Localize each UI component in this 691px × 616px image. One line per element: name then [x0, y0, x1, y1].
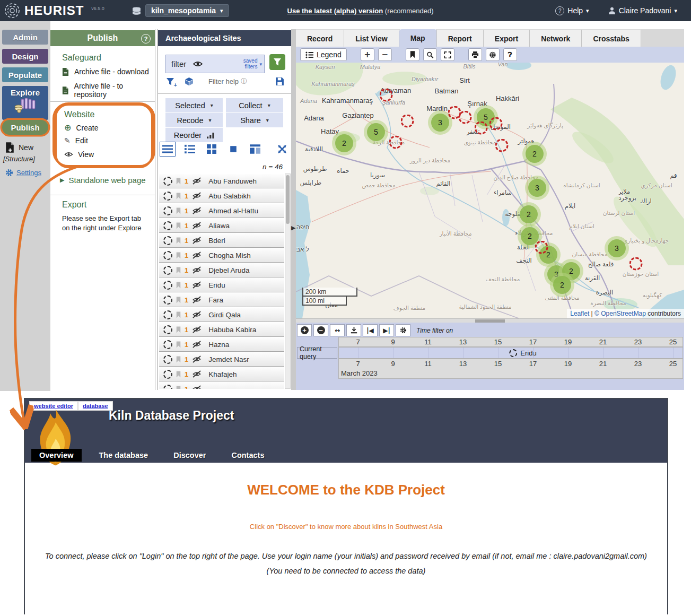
eye-off-icon[interactable] — [192, 177, 202, 185]
site-row[interactable]: 1Abu Salabikh — [159, 188, 284, 203]
site-row[interactable]: 1Habuba Kabira — [159, 322, 284, 337]
standalone-webpage-item[interactable]: ▶ Standalone web page — [60, 176, 146, 185]
recode-button[interactable]: Recode▾ — [165, 113, 223, 127]
timeline-settings-button[interactable] — [396, 324, 410, 336]
saved-filters-link[interactable]: saved filters — [243, 58, 258, 70]
sidebar-item-design[interactable]: Design — [2, 49, 48, 64]
bookmark-icon[interactable] — [176, 297, 181, 303]
tab-crosstabs[interactable]: Crosstabs — [582, 30, 641, 47]
view-thumbnail-icon[interactable] — [226, 142, 241, 156]
bookmark-icon[interactable] — [176, 386, 181, 389]
filter-input[interactable]: filter saved filters ▾ — [165, 55, 265, 73]
bookmark-icon[interactable] — [176, 207, 181, 214]
scrollbar-thumb[interactable] — [286, 175, 290, 224]
eye-off-icon[interactable] — [192, 296, 202, 303]
website-action-edit[interactable]: ✎Edit — [64, 136, 88, 145]
map-record-marker[interactable] — [489, 117, 503, 131]
map-record-marker[interactable] — [459, 111, 472, 124]
bookmark-icon[interactable] — [176, 267, 181, 274]
site-row-partial[interactable]: 1 — [159, 381, 284, 389]
add-filter-icon[interactable] — [165, 77, 175, 86]
user-menu[interactable]: Claire Padovani ▾ — [608, 6, 677, 15]
zoom-in-button[interactable]: + — [361, 48, 374, 61]
save-filter-icon[interactable] — [275, 77, 284, 86]
view-grid-icon[interactable] — [204, 142, 219, 156]
eye-off-icon[interactable] — [192, 341, 202, 348]
timeline-zoom-out-button[interactable]: − — [313, 324, 328, 336]
view-layout-icon[interactable] — [248, 142, 263, 156]
database-selector[interactable]: kiln_mesopotamia ▾ — [145, 4, 229, 17]
website-nav-the-database[interactable]: The database — [91, 449, 156, 462]
eye-off-icon[interactable] — [192, 251, 202, 259]
tab-record[interactable]: Record — [296, 30, 344, 47]
collapse-arrow-icon[interactable]: ▶ — [291, 224, 295, 231]
site-row[interactable]: 1Djebel Aruda — [159, 263, 284, 277]
website-nav-overview[interactable]: Overview — [31, 449, 82, 462]
tab-report[interactable]: Report — [437, 30, 484, 47]
eye-off-icon[interactable] — [192, 370, 202, 378]
bookmark-icon[interactable] — [176, 341, 181, 348]
map-record-marker[interactable] — [401, 115, 414, 128]
bookmark-icon[interactable] — [176, 356, 181, 363]
map-record-marker[interactable] — [629, 257, 643, 271]
view-list-detail-icon[interactable] — [182, 142, 197, 156]
update-version-link[interactable]: Use the latest (alpha) version (recommen… — [287, 7, 434, 15]
bookmark-extent-button[interactable] — [406, 48, 419, 61]
collect-button[interactable]: Collect▾ — [226, 98, 283, 112]
map-cluster-marker[interactable]: 3 — [525, 176, 549, 200]
site-row[interactable]: 1Jemdet Nasr — [159, 352, 284, 367]
bookmark-icon[interactable] — [176, 371, 181, 378]
map-cluster-marker[interactable]: 2 — [522, 142, 547, 166]
map-help-button[interactable]: ❓︎ — [503, 48, 517, 61]
current-query-track[interactable]: Eridu — [338, 347, 683, 359]
bookmark-icon[interactable] — [176, 178, 181, 185]
list-scrollbar[interactable] — [285, 173, 291, 389]
share-button[interactable]: Share▾ — [226, 113, 283, 127]
map-canvas[interactable]: KayseriMalatyaBitlisVanDiyarbakırSirtBat… — [296, 63, 684, 318]
tab-export[interactable]: Export — [484, 30, 530, 47]
timeline-ruler-top[interactable]: 791113151719212325 — [338, 337, 683, 347]
eye-off-icon[interactable] — [192, 311, 202, 318]
map-record-marker[interactable] — [475, 122, 488, 135]
safeguard-item[interactable]: Archive file - download — [62, 67, 149, 76]
leaflet-link[interactable]: Leaflet — [570, 310, 589, 317]
chevron-down-icon[interactable]: ▾ — [259, 62, 262, 67]
sidebar-item-explore[interactable]: Explore — [2, 86, 48, 120]
timeline-record-marker[interactable]: Eridu — [509, 349, 536, 357]
site-row[interactable]: 1Hazna — [159, 337, 284, 352]
view-list-icon[interactable] — [160, 142, 176, 157]
site-row[interactable]: 1Girdi Qala — [159, 307, 284, 322]
new-structure-button[interactable]: New — [5, 142, 48, 153]
map-record-marker[interactable] — [380, 89, 393, 102]
bookmark-icon[interactable] — [176, 237, 181, 244]
map-record-marker[interactable] — [535, 241, 548, 254]
bookmark-icon[interactable] — [176, 326, 181, 333]
help-circle-icon[interactable]: ? — [141, 34, 151, 44]
info-icon[interactable]: ⓘ — [241, 77, 247, 86]
panel-splitter[interactable]: ▶ — [291, 29, 296, 390]
eye-off-icon[interactable] — [192, 385, 202, 389]
bookmark-icon[interactable] — [176, 222, 181, 229]
timeline-zoom-in-button[interactable]: + — [297, 324, 312, 336]
map-cluster-marker[interactable]: 2 — [517, 202, 541, 227]
selected-button[interactable]: Selected▾ — [165, 98, 223, 112]
map-record-marker[interactable] — [389, 136, 403, 149]
reorder-button[interactable]: Reorder — [165, 128, 223, 142]
zoom-out-button[interactable]: − — [378, 48, 392, 61]
osm-link[interactable]: © OpenStreetMap — [594, 310, 646, 317]
eye-icon[interactable] — [193, 60, 203, 67]
site-row[interactable]: 1Chogha Mish — [159, 248, 284, 263]
eye-off-icon[interactable] — [192, 237, 202, 244]
print-map-button[interactable] — [468, 48, 482, 61]
eye-off-icon[interactable] — [192, 222, 202, 229]
help-menu[interactable]: ? Help ▾ — [555, 6, 589, 15]
eye-off-icon[interactable] — [192, 266, 202, 274]
eye-off-icon[interactable] — [192, 326, 202, 333]
eye-off-icon[interactable] — [192, 281, 202, 289]
expand-arrows-icon[interactable] — [275, 142, 290, 156]
map-cluster-marker[interactable]: 5 — [364, 120, 388, 144]
website-action-create[interactable]: ⊕Create — [64, 123, 98, 133]
bookmark-icon[interactable] — [176, 193, 181, 199]
site-row[interactable]: 1Aliawa — [159, 218, 284, 233]
settings-link[interactable]: Settings — [5, 169, 41, 177]
